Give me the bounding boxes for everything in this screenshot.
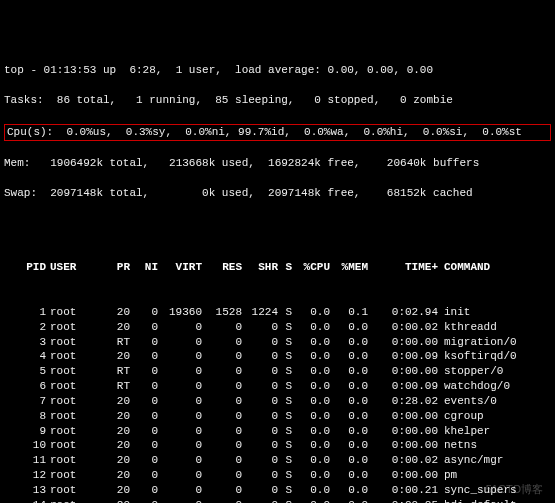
- cell-time: 0:00.02: [368, 453, 438, 468]
- process-row[interactable]: 7root200000S0.00.00:28.02events/0: [4, 394, 551, 409]
- cell-ni: 0: [130, 424, 158, 439]
- cell-s: S: [278, 320, 292, 335]
- process-list[interactable]: 1root2001936015281224S0.00.10:02.94init2…: [4, 305, 551, 503]
- process-row[interactable]: 6rootRT0000S0.00.00:00.09watchdog/0: [4, 379, 551, 394]
- cell-time: 0:28.02: [368, 394, 438, 409]
- cell-pid: 6: [4, 379, 46, 394]
- col-cpu: %CPU: [292, 260, 330, 275]
- process-row[interactable]: 3rootRT0000S0.00.00:00.00migration/0: [4, 335, 551, 350]
- process-row[interactable]: 4root200000S0.00.00:00.09ksoftirqd/0: [4, 349, 551, 364]
- cell-pid: 11: [4, 453, 46, 468]
- cell-virt: 0: [158, 349, 202, 364]
- col-shr: SHR: [242, 260, 278, 275]
- cell-s: S: [278, 468, 292, 483]
- cell-s: S: [278, 349, 292, 364]
- process-row[interactable]: 9root200000S0.00.00:00.00khelper: [4, 424, 551, 439]
- cell-user: root: [46, 438, 98, 453]
- process-row[interactable]: 12root200000S0.00.00:00.00pm: [4, 468, 551, 483]
- cell-shr: 0: [242, 424, 278, 439]
- cell-ni: 0: [130, 453, 158, 468]
- cell-cpu: 0.0: [292, 394, 330, 409]
- cell-cmd: sync_supers: [438, 483, 517, 498]
- cell-mem: 0.0: [330, 409, 368, 424]
- cell-res: 0: [202, 438, 242, 453]
- cell-mem: 0.0: [330, 438, 368, 453]
- process-row[interactable]: 8root200000S0.00.00:00.00cgroup: [4, 409, 551, 424]
- cell-res: 0: [202, 394, 242, 409]
- cell-mem: 0.0: [330, 424, 368, 439]
- cell-res: 0: [202, 320, 242, 335]
- cell-cmd: netns: [438, 438, 477, 453]
- cell-cmd: watchdog/0: [438, 379, 510, 394]
- cell-pid: 9: [4, 424, 46, 439]
- process-row[interactable]: 10root200000S0.00.00:00.00netns: [4, 438, 551, 453]
- cell-pr: 20: [98, 305, 130, 320]
- cell-mem: 0.0: [330, 364, 368, 379]
- cell-ni: 0: [130, 364, 158, 379]
- cell-time: 0:00.00: [368, 335, 438, 350]
- cell-ni: 0: [130, 483, 158, 498]
- cell-s: S: [278, 394, 292, 409]
- process-row[interactable]: 5rootRT0000S0.00.00:00.00stopper/0: [4, 364, 551, 379]
- cell-s: S: [278, 364, 292, 379]
- col-res: RES: [202, 260, 242, 275]
- cell-s: S: [278, 305, 292, 320]
- cell-virt: 19360: [158, 305, 202, 320]
- process-row[interactable]: 1root2001936015281224S0.00.10:02.94init: [4, 305, 551, 320]
- cell-shr: 1224: [242, 305, 278, 320]
- cell-virt: 0: [158, 498, 202, 503]
- cell-res: 0: [202, 379, 242, 394]
- cell-pr: 20: [98, 409, 130, 424]
- cell-shr: 0: [242, 438, 278, 453]
- cell-virt: 0: [158, 453, 202, 468]
- cell-time: 0:00.02: [368, 320, 438, 335]
- cell-ni: 0: [130, 438, 158, 453]
- blank-line: [4, 216, 551, 231]
- cell-mem: 0.0: [330, 335, 368, 350]
- cell-s: S: [278, 424, 292, 439]
- col-pid: PID: [4, 260, 46, 275]
- cell-res: 0: [202, 424, 242, 439]
- cell-s: S: [278, 335, 292, 350]
- process-header-row: PIDUSERPRNIVIRTRESSHRS%CPU%MEMTIME+COMMA…: [4, 260, 551, 275]
- cell-cpu: 0.0: [292, 409, 330, 424]
- cell-user: root: [46, 364, 98, 379]
- cell-shr: 0: [242, 483, 278, 498]
- cell-mem: 0.0: [330, 468, 368, 483]
- cell-cmd: stopper/0: [438, 364, 503, 379]
- cell-s: S: [278, 483, 292, 498]
- summary-line-tasks: Tasks: 86 total, 1 running, 85 sleeping,…: [4, 93, 551, 108]
- cell-res: 0: [202, 349, 242, 364]
- cell-pr: 20: [98, 394, 130, 409]
- cell-virt: 0: [158, 424, 202, 439]
- cell-pr: RT: [98, 364, 130, 379]
- cell-s: S: [278, 409, 292, 424]
- cell-user: root: [46, 468, 98, 483]
- cell-virt: 0: [158, 320, 202, 335]
- cell-pr: 20: [98, 438, 130, 453]
- cell-res: 0: [202, 498, 242, 503]
- summary-line-top: top - 01:13:53 up 6:28, 1 user, load ave…: [4, 63, 551, 78]
- cell-pid: 3: [4, 335, 46, 350]
- cell-cmd: kthreadd: [438, 320, 497, 335]
- process-row[interactable]: 13root200000S0.00.00:00.21sync_supers: [4, 483, 551, 498]
- cell-virt: 0: [158, 438, 202, 453]
- cell-s: S: [278, 498, 292, 503]
- process-row[interactable]: 2root200000S0.00.00:00.02kthreadd: [4, 320, 551, 335]
- cell-user: root: [46, 379, 98, 394]
- cell-res: 0: [202, 453, 242, 468]
- cell-pr: 20: [98, 498, 130, 503]
- cell-ni: 0: [130, 468, 158, 483]
- cell-cpu: 0.0: [292, 424, 330, 439]
- cell-pid: 8: [4, 409, 46, 424]
- cell-s: S: [278, 453, 292, 468]
- cell-cpu: 0.0: [292, 364, 330, 379]
- cell-cmd: cgroup: [438, 409, 484, 424]
- cell-cmd: ksoftirqd/0: [438, 349, 517, 364]
- col-mem: %MEM: [330, 260, 368, 275]
- process-row[interactable]: 14root200000S0.00.00:00.25bdi-default: [4, 498, 551, 503]
- cell-user: root: [46, 305, 98, 320]
- cell-pr: RT: [98, 379, 130, 394]
- process-row[interactable]: 11root200000S0.00.00:00.02async/mgr: [4, 453, 551, 468]
- cell-pid: 7: [4, 394, 46, 409]
